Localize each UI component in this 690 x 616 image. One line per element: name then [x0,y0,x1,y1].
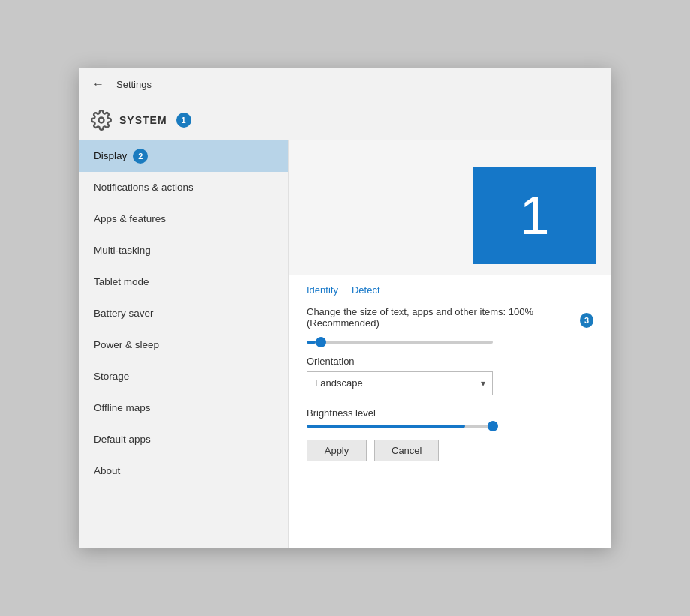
brightness-slider-thumb[interactable] [488,421,498,431]
sidebar-item-power-sleep[interactable]: Power & sleep [79,329,288,361]
orientation-select-wrapper: Landscape Portrait Landscape (flipped) P… [307,371,493,395]
brightness-label: Brightness level [307,407,593,419]
sidebar-item-apps-features[interactable]: Apps & features [79,203,288,235]
sidebar-item-label: Battery saver [94,308,154,319]
sidebar-item-label: About [94,465,120,476]
sidebar-item-label: Storage [94,371,129,382]
scale-badge: 3 [580,313,593,328]
gear-icon [91,110,112,131]
scale-slider-track[interactable] [307,341,493,344]
scale-slider-fill [307,341,316,344]
sidebar-item-label: Tablet mode [94,276,149,287]
sidebar-item-label: Default apps [94,434,151,445]
system-header: SYSTEM 1 [79,101,611,140]
sidebar-item-label: Display [94,150,127,161]
sidebar-item-notifications[interactable]: Notifications & actions [79,172,288,203]
cancel-button[interactable]: Cancel [374,440,439,461]
sidebar-item-multitasking[interactable]: Multi-tasking [79,235,288,266]
detect-button[interactable]: Detect [352,284,380,296]
settings-window: ← Settings SYSTEM 1 Display 2 Notificati… [79,68,611,548]
sidebar-item-label: Power & sleep [94,339,159,350]
monitor-preview: 1 [472,167,596,264]
content-area: Display 2 Notifications & actions Apps &… [79,140,611,548]
window-title: Settings [116,79,152,90]
system-badge: 1 [176,113,191,128]
sidebar-item-about[interactable]: About [79,455,288,487]
sidebar: Display 2 Notifications & actions Apps &… [79,140,289,548]
monitor-number: 1 [519,188,549,242]
sidebar-item-label: Notifications & actions [94,182,194,193]
orientation-label: Orientation [307,356,593,367]
sidebar-item-tablet-mode[interactable]: Tablet mode [79,266,288,298]
sidebar-item-storage[interactable]: Storage [79,361,288,392]
identify-button[interactable]: Identify [307,284,338,296]
back-button[interactable]: ← [88,74,109,95]
brightness-slider-track[interactable] [307,425,493,428]
system-title: SYSTEM [119,114,167,126]
identify-detect-row: Identify Detect [307,284,593,296]
main-panel: 1 Identify Detect Change the size of tex… [289,140,611,548]
action-buttons-row: Apply Cancel [307,440,593,461]
brightness-slider-fill [307,425,465,428]
sidebar-item-label: Offline maps [94,402,151,413]
display-preview: 1 [289,140,611,275]
scale-label: Change the size of text, apps and other … [307,306,574,329]
sidebar-item-default-apps[interactable]: Default apps [79,424,288,455]
apply-button[interactable]: Apply [307,440,367,461]
orientation-select[interactable]: Landscape Portrait Landscape (flipped) P… [307,371,493,395]
display-badge: 2 [133,149,148,164]
sidebar-item-offline-maps[interactable]: Offline maps [79,392,288,424]
sidebar-item-battery-saver[interactable]: Battery saver [79,298,288,329]
titlebar: ← Settings [79,68,611,101]
sidebar-item-label: Apps & features [94,213,166,224]
brightness-section: Brightness level [307,407,593,428]
orientation-section: Orientation Landscape Portrait Landscape… [307,356,593,395]
scale-slider-thumb[interactable] [316,337,326,347]
main-controls: Identify Detect Change the size of text,… [289,275,611,476]
sidebar-item-display[interactable]: Display 2 [79,140,288,172]
scale-section: Change the size of text, apps and other … [307,306,593,344]
sidebar-item-label: Multi-tasking [94,245,151,256]
svg-point-0 [99,118,104,123]
